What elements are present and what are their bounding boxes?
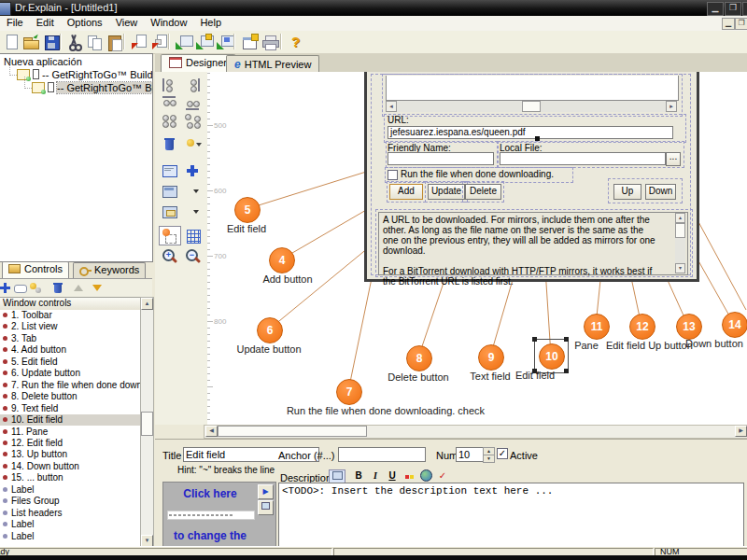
list-item[interactable]: 11. Pane bbox=[0, 427, 140, 438]
screen-mode-icon[interactable] bbox=[160, 182, 202, 200]
controls-scrollbar[interactable]: ▲ ▼ bbox=[140, 297, 154, 548]
list-item[interactable]: 9. Text field bbox=[0, 403, 140, 414]
scrollbar-thumb[interactable] bbox=[218, 426, 367, 437]
scroll-left-icon[interactable]: ◀ bbox=[205, 426, 218, 437]
distribute-v-icon[interactable] bbox=[183, 112, 204, 130]
tab-keywords[interactable]: Keywords bbox=[73, 262, 146, 279]
list-item[interactable]: 13. Up button bbox=[0, 449, 140, 460]
align-bottom-icon[interactable] bbox=[183, 94, 204, 112]
menu-window[interactable]: Window bbox=[144, 16, 193, 31]
menu-help[interactable]: Help bbox=[193, 16, 228, 31]
tab-html-preview[interactable]: eHTML Preview bbox=[226, 55, 319, 74]
menu-file[interactable]: File bbox=[0, 16, 30, 31]
add-control-icon[interactable] bbox=[0, 281, 13, 295]
cut-icon[interactable] bbox=[63, 32, 84, 52]
callout-style-icon[interactable] bbox=[29, 281, 44, 295]
callout-marker-10[interactable]: 10 bbox=[539, 343, 565, 370]
callout-marker-5[interactable]: 5 bbox=[234, 197, 261, 223]
move-down-icon[interactable] bbox=[91, 281, 106, 295]
zoom-out-icon[interactable]: − bbox=[183, 247, 204, 265]
info-icon[interactable] bbox=[160, 161, 180, 179]
delete-control-icon[interactable] bbox=[51, 281, 66, 295]
selection-handle[interactable] bbox=[564, 369, 569, 373]
list-item[interactable]: 8. Delete button bbox=[0, 391, 140, 402]
list-item[interactable]: 5. Edit field bbox=[0, 357, 140, 368]
mdi-restore-button[interactable]: ❐ bbox=[735, 18, 747, 30]
export-topic-icon[interactable] bbox=[129, 32, 149, 52]
export-page-icon[interactable] bbox=[149, 32, 170, 52]
restore-button[interactable]: ❐ bbox=[725, 2, 741, 16]
title-bar[interactable]: Dr.Explain - [Untitled1] ▁ ❐ bbox=[0, 0, 747, 16]
menu-options[interactable]: Options bbox=[61, 16, 109, 31]
callout-marker-9[interactable]: 9 bbox=[478, 344, 504, 371]
project-tree[interactable]: Nueva aplicación-- GetRightToGo™ Builder… bbox=[0, 53, 153, 262]
callout-marker-13[interactable]: 13 bbox=[676, 314, 702, 340]
list-item[interactable]: Label bbox=[0, 519, 140, 530]
list-item[interactable]: Files Group bbox=[0, 496, 140, 507]
scrollbar-thumb[interactable] bbox=[141, 412, 153, 436]
controls-list[interactable]: 1. Toolbar2. List view3. Tab4. Add butto… bbox=[0, 310, 141, 546]
callout-marker-11[interactable]: 11 bbox=[584, 314, 610, 340]
menu-view[interactable]: View bbox=[109, 16, 145, 31]
copy-icon[interactable] bbox=[84, 32, 105, 52]
hyperlink-globe-icon[interactable] bbox=[418, 469, 433, 483]
new-icon[interactable] bbox=[2, 32, 22, 52]
callout-marker-7[interactable]: 7 bbox=[336, 379, 362, 405]
designer-canvas[interactable]: 500600700800 ◂ ▸ URL: jefesuarez.iespana… bbox=[207, 72, 747, 425]
print-icon[interactable] bbox=[260, 32, 280, 52]
text-color-icon[interactable] bbox=[402, 469, 416, 483]
canvas-hscrollbar[interactable]: ◀ ▶ bbox=[204, 425, 747, 439]
open-icon[interactable] bbox=[21, 32, 41, 52]
capture-object-icon[interactable] bbox=[194, 32, 215, 52]
scroll-up-icon[interactable]: ▲ bbox=[141, 298, 153, 310]
bold-button[interactable]: B bbox=[351, 469, 366, 483]
align-top-icon[interactable] bbox=[160, 94, 180, 112]
preview-play-icon[interactable]: ▶ bbox=[258, 484, 274, 499]
tree-item[interactable]: -- GetRightToGo™ Builder (1.0) bbox=[17, 69, 153, 81]
move-up-icon[interactable] bbox=[72, 281, 87, 295]
help-icon[interactable]: ? bbox=[286, 32, 306, 52]
num-input[interactable] bbox=[456, 447, 484, 462]
zoom-in-icon[interactable]: + bbox=[160, 247, 180, 265]
callout-marker-8[interactable]: 8 bbox=[406, 345, 432, 371]
list-item[interactable]: Label bbox=[0, 531, 140, 542]
anchor-input[interactable] bbox=[338, 447, 426, 462]
list-item[interactable]: 14. Down button bbox=[0, 461, 140, 472]
selection-handle[interactable] bbox=[532, 337, 537, 342]
callout-marker-12[interactable]: 12 bbox=[629, 314, 655, 340]
list-item[interactable]: 1. Toolbar bbox=[0, 310, 140, 321]
active-checkbox[interactable]: ✓ bbox=[497, 448, 508, 459]
list-item[interactable]: 4. Add button bbox=[0, 344, 140, 356]
delete-ball-icon[interactable] bbox=[160, 135, 180, 153]
tree-item[interactable]: -- GetRightToGo™ Builder (1.0) bbox=[32, 82, 153, 94]
list-item[interactable]: 10. Edit field bbox=[0, 414, 140, 426]
grid-icon[interactable] bbox=[183, 227, 204, 245]
list-item[interactable]: List headers bbox=[0, 508, 140, 519]
align-left-icon[interactable] bbox=[160, 77, 180, 94]
callout-marker-14[interactable]: 14 bbox=[722, 312, 747, 338]
mdi-minimize-button[interactable]: ▁ bbox=[722, 18, 735, 30]
list-item[interactable]: 15. ... button bbox=[0, 472, 140, 483]
callout-marker-6[interactable]: 6 bbox=[257, 317, 283, 343]
align-right-icon[interactable] bbox=[183, 77, 204, 94]
paste-icon[interactable] bbox=[105, 32, 125, 52]
selection-handle[interactable] bbox=[564, 337, 569, 342]
callout-marker-4[interactable]: 4 bbox=[269, 247, 295, 273]
close-button[interactable] bbox=[742, 2, 747, 16]
italic-button[interactable]: I bbox=[368, 469, 383, 483]
num-down-icon[interactable]: ▼ bbox=[483, 455, 495, 463]
minimize-button[interactable]: ▁ bbox=[707, 2, 724, 16]
list-item[interactable]: Label bbox=[0, 484, 140, 496]
list-item[interactable]: 3. Tab bbox=[0, 333, 140, 344]
add-ball-icon[interactable] bbox=[183, 161, 204, 179]
list-item[interactable]: 2. List view bbox=[0, 321, 140, 332]
edit-control-icon[interactable] bbox=[13, 281, 28, 295]
spellcheck-icon[interactable]: ✓ bbox=[435, 469, 450, 483]
capture-screen-icon[interactable] bbox=[215, 32, 235, 52]
menu-edit[interactable]: Edit bbox=[30, 16, 61, 31]
list-item[interactable]: 7. Run the file when done download... bbox=[0, 380, 140, 391]
preview-area-icon[interactable] bbox=[258, 500, 274, 515]
tab-controls[interactable]: Controls bbox=[2, 261, 69, 279]
list-item[interactable]: 6. Update button bbox=[0, 368, 140, 379]
description-editor[interactable]: <TODO>: Insert the description text here… bbox=[278, 483, 744, 548]
